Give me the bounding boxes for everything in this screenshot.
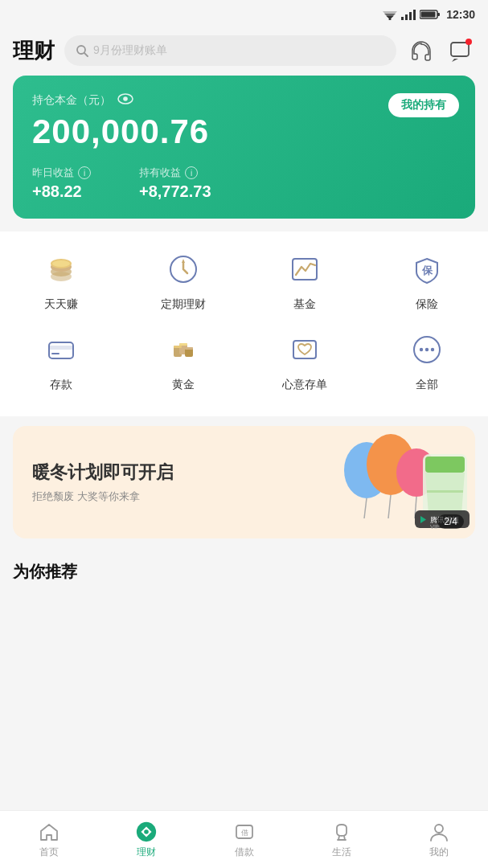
search-placeholder: 9月份理财账单 — [93, 43, 167, 58]
svg-rect-46 — [425, 457, 465, 473]
svg-text:借: 借 — [240, 829, 248, 837]
gold-icon — [162, 328, 205, 371]
svg-marker-22 — [182, 259, 185, 263]
life-nav-label: 生活 — [332, 845, 351, 859]
nav-life[interactable]: 生活 — [293, 821, 390, 859]
headphone-icon — [410, 39, 433, 62]
daily-earn-icon — [39, 248, 83, 291]
svg-rect-47 — [427, 490, 463, 493]
signal-icon — [401, 9, 416, 20]
svg-point-37 — [425, 348, 429, 351]
fixed-finance-label: 定期理财 — [161, 297, 206, 312]
insurance-item[interactable]: 保 保险 — [395, 248, 459, 312]
portfolio-card: 持仓本金（元） 200,000.76 昨日收益 i +88.22 持有收益 — [13, 76, 475, 219]
svg-rect-6 — [409, 12, 412, 20]
gold-label: 黄金 — [172, 378, 195, 392]
finance-nav-icon — [135, 821, 158, 843]
hold-earnings: 持有收益 i +8,772.73 — [139, 166, 211, 201]
deposit-item[interactable]: 存款 — [29, 328, 93, 392]
app-header: 理财 9月份理财账单 — [0, 29, 488, 76]
daily-earn-label: 天天赚 — [44, 297, 78, 312]
svg-line-42 — [388, 495, 391, 518]
gold-item[interactable]: 黄金 — [151, 328, 215, 392]
status-bar: 12:30 — [0, 0, 488, 29]
principal-amount: 200,000.76 — [32, 113, 456, 151]
yesterday-earnings: 昨日收益 i +88.22 — [32, 166, 91, 201]
yesterday-amount: +88.22 — [32, 182, 91, 201]
insurance-icon: 保 — [405, 248, 449, 291]
svg-point-15 — [123, 96, 128, 101]
svg-point-36 — [420, 348, 423, 351]
home-nav-icon — [38, 821, 60, 843]
mine-nav-label: 我的 — [429, 845, 449, 859]
headphone-button[interactable] — [406, 35, 437, 66]
page-title: 理财 — [13, 37, 55, 65]
finance-nav-label: 理财 — [137, 845, 156, 859]
nav-mine[interactable]: 我的 — [391, 821, 488, 859]
svg-rect-34 — [293, 341, 316, 358]
insurance-label: 保险 — [416, 297, 438, 312]
svg-rect-5 — [405, 14, 408, 20]
svg-rect-25 — [49, 342, 73, 358]
fund-icon — [283, 248, 326, 291]
time-display: 12:30 — [446, 8, 475, 21]
svg-rect-32 — [179, 343, 187, 346]
search-bar[interactable]: 9月份理财账单 — [64, 35, 396, 66]
wish-deposit-item[interactable]: 心意存单 — [273, 328, 337, 392]
life-nav-icon — [330, 821, 353, 843]
svg-rect-10 — [421, 12, 436, 18]
battery-icon — [420, 9, 441, 20]
wifi-icon — [383, 9, 397, 20]
home-nav-label: 首页 — [39, 845, 59, 859]
svg-point-20 — [52, 260, 70, 267]
deposit-label: 存款 — [50, 378, 72, 392]
wish-deposit-label: 心意存单 — [282, 378, 327, 392]
svg-rect-26 — [49, 346, 73, 350]
card-sub-row: 昨日收益 i +88.22 持有收益 i +8,772.73 — [32, 166, 456, 201]
menu-icon-grid: 天天赚 定期理财 — [0, 231, 488, 416]
deposit-icon — [39, 328, 83, 371]
status-icons: 12:30 — [383, 8, 475, 21]
fund-item[interactable]: 基金 — [273, 248, 337, 312]
svg-line-12 — [84, 53, 88, 56]
loan-nav-label: 借款 — [235, 845, 254, 859]
mine-nav-icon — [428, 821, 450, 843]
wish-deposit-icon — [283, 328, 326, 371]
svg-line-40 — [364, 498, 367, 518]
message-button[interactable] — [445, 35, 475, 66]
svg-point-38 — [431, 348, 434, 351]
message-badge — [465, 39, 472, 45]
search-icon — [76, 44, 88, 57]
svg-point-54 — [144, 829, 149, 834]
all-item[interactable]: 全部 — [395, 328, 459, 392]
icon-row-1: 天天赚 定期理财 — [0, 248, 488, 312]
nav-loan[interactable]: 借 借款 — [195, 821, 293, 859]
banner-page-indicator: 2/4 — [437, 514, 464, 529]
recommend-section-title: 为你推荐 — [0, 551, 488, 589]
eye-icon[interactable] — [117, 93, 133, 108]
all-icon — [405, 328, 449, 371]
fixed-finance-item[interactable]: 定期理财 — [151, 248, 215, 312]
header-icons — [406, 35, 475, 66]
fixed-finance-icon — [162, 248, 205, 291]
promo-banner[interactable]: 暖冬计划即可开启 拒绝颓废 大奖等你来拿 — [13, 426, 475, 538]
daily-earn-item[interactable]: 天天赚 — [29, 248, 93, 312]
svg-rect-9 — [437, 13, 440, 16]
yesterday-info-icon: i — [78, 166, 91, 179]
svg-rect-7 — [413, 10, 416, 20]
svg-rect-4 — [401, 17, 404, 20]
loan-nav-icon: 借 — [233, 821, 256, 843]
nav-home[interactable]: 首页 — [0, 821, 97, 859]
svg-rect-31 — [174, 346, 182, 348]
hold-earning-amount: +8,772.73 — [139, 182, 211, 201]
my-holdings-button[interactable]: 我的持有 — [388, 93, 459, 117]
banner-title: 暖冬计划即可开启 — [32, 461, 174, 485]
all-label: 全部 — [416, 378, 438, 392]
svg-rect-13 — [451, 43, 469, 56]
fund-label: 基金 — [293, 297, 316, 312]
bottom-navigation: 首页 理财 借 借款 — [0, 810, 488, 868]
nav-finance[interactable]: 理财 — [97, 821, 195, 859]
icon-row-2: 存款 黄金 — [0, 328, 488, 392]
svg-point-57 — [435, 825, 443, 833]
banner-text: 暖冬计划即可开启 拒绝颓废 大奖等你来拿 — [32, 461, 174, 504]
